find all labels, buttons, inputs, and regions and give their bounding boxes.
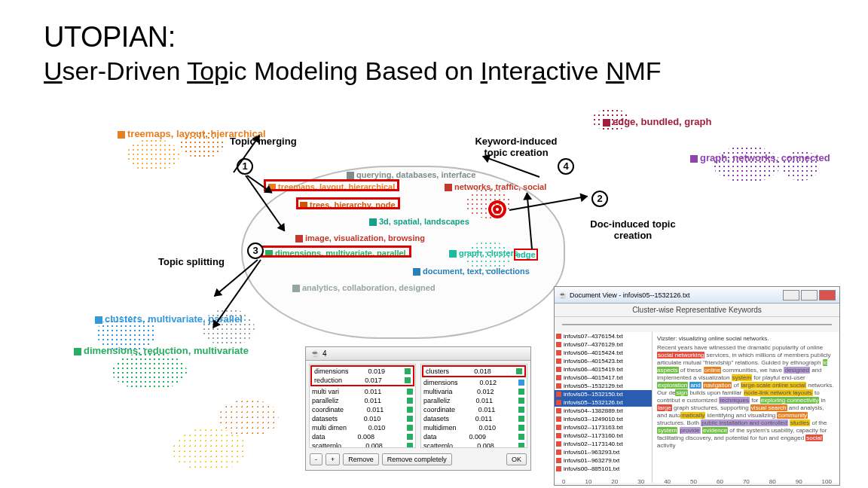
cluster-dims: dimensions, reduction, multivariate: [74, 345, 249, 356]
label-topic-splitting: Topic splitting: [158, 256, 225, 267]
file-list-item[interactable]: infovis02--1173163.txt: [555, 423, 652, 432]
selection-box: [264, 179, 399, 191]
marker-2: 2: [591, 191, 608, 207]
inner-analytics: analytics, collaboration, designed: [292, 283, 436, 292]
keyword-weight-dialog[interactable]: ☕ 4 dimensions0.019 reduction0.017 multi…: [305, 346, 531, 471]
inner-graph: graph, clusters,: [449, 249, 521, 258]
inner-spatial: 3d, spatial, landscapes: [369, 217, 469, 226]
file-list-item[interactable]: infovis05--1532129.txt: [555, 382, 652, 390]
cluster-blob: [112, 352, 187, 390]
document-view-window[interactable]: ☕ Document View - infovis05--1532126.txt…: [554, 286, 840, 486]
preview-text: Recent years have witnessed the dramatic…: [657, 344, 835, 450]
cluster-graph: graph, networks, connected: [690, 152, 830, 163]
docview-titlebar[interactable]: ☕ Document View - infovis05--1532126.txt: [555, 287, 839, 303]
cluster-blob: [127, 139, 179, 172]
remove-button[interactable]: Remove: [343, 453, 379, 465]
cluster-edge: edge, bundled, graph: [603, 116, 711, 127]
inner-edge-keyword: edge: [514, 249, 538, 261]
java-icon: ☕: [558, 291, 567, 299]
file-list-item[interactable]: infovis06--4015417.txt: [555, 374, 652, 382]
close-button[interactable]: [819, 290, 836, 300]
minus-button[interactable]: -: [310, 453, 322, 465]
preview-title: Vizster: visualizing online social netwo…: [657, 335, 835, 343]
title-block: UTOPIAN: User-Driven Topic Modeling Base…: [44, 21, 662, 86]
java-icon: ☕: [310, 349, 319, 358]
label-doc-induced: Doc-induced topic creation: [580, 218, 686, 241]
left-keyword-column: dimensions0.019 reduction0.017 multi var…: [309, 364, 416, 448]
file-list-item[interactable]: infovis06--4015424.txt: [555, 349, 652, 357]
file-list-item[interactable]: infovis05--1532126.txt: [555, 398, 652, 407]
file-list-item[interactable]: infovis05--1532150.txt: [555, 390, 652, 398]
inner-networks: networks, traffic, social: [445, 182, 546, 191]
inner-image: image, visualization, browsing: [295, 233, 425, 242]
file-list-item[interactable]: infovis06--4015423.txt: [555, 357, 652, 365]
document-preview: Vizster: visualizing online social netwo…: [653, 332, 839, 483]
remove-completely-button[interactable]: Remove completely: [382, 453, 452, 465]
file-list-item[interactable]: infovis07--4376154.txt: [555, 332, 652, 340]
ok-button[interactable]: OK: [506, 453, 527, 465]
maximize-button[interactable]: [801, 290, 818, 300]
slider-ticks: 0102030405060708090100: [555, 478, 839, 485]
plus-button[interactable]: +: [326, 453, 340, 465]
title-line1: UTOPIAN:: [44, 21, 662, 53]
file-list-item[interactable]: infovis00--885101.txt: [555, 465, 652, 473]
marker-4: 4: [558, 158, 574, 175]
inner-document: document, text, collections: [413, 267, 530, 276]
file-list-item[interactable]: infovis02--1173140.txt: [555, 440, 652, 448]
file-list-item[interactable]: infovis07--4376129.txt: [555, 340, 652, 349]
docview-title: Document View - infovis05--1532126.txt: [570, 291, 781, 299]
inner-querying: querying, databases, interface: [347, 170, 475, 179]
file-list-item[interactable]: infovis06--4015419.txt: [555, 365, 652, 374]
file-list-item[interactable]: infovis03--1249010.txt: [555, 415, 652, 423]
file-list-item[interactable]: infovis01--963293.txt: [555, 448, 652, 456]
dialog-title: 4: [322, 349, 327, 358]
marker-1: 1: [237, 158, 253, 175]
keyword-slider[interactable]: [562, 319, 832, 331]
selection-box: [261, 246, 411, 258]
file-list-item[interactable]: infovis01--963279.txt: [555, 456, 652, 465]
file-list-item[interactable]: infovis02--1173160.txt: [555, 432, 652, 440]
marker-3: 3: [247, 242, 264, 259]
cluster-blob: [219, 399, 279, 437]
selection-box: [296, 197, 400, 209]
docview-subheader: Cluster-wise Representative Keywords: [555, 303, 839, 317]
right-keyword-column: clusters0.018 dimensions0.012 multivaria…: [420, 364, 527, 448]
doc-selection-ring-inner: [493, 205, 502, 214]
file-list[interactable]: infovis07--4376154.txtinfovis07--4376129…: [555, 332, 653, 483]
dialog-titlebar[interactable]: ☕ 4: [306, 347, 530, 361]
file-list-item[interactable]: infovis04--1382889.txt: [555, 407, 652, 415]
diagram-area: querying, databases, interface treemaps,…: [0, 105, 868, 488]
title-line2: User-Driven Topic Modeling Based on Inte…: [44, 56, 662, 86]
minimize-button[interactable]: [783, 290, 799, 300]
